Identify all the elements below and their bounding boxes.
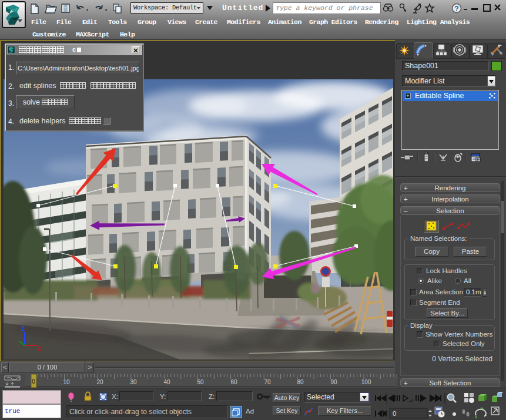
svg-text:?: ? [454, 5, 458, 13]
svg-text:90: 90 [330, 379, 337, 385]
svg-text:0: 0 [32, 378, 35, 385]
svg-text:60: 60 [230, 379, 237, 385]
svg-text:20: 20 [96, 379, 103, 385]
svg-text:80: 80 [297, 379, 304, 385]
svg-text:Z: Z [21, 325, 25, 332]
svg-text:40: 40 [163, 379, 170, 385]
svg-text:100: 100 [361, 379, 371, 385]
svg-text:50: 50 [197, 379, 204, 385]
svg-text:10: 10 [63, 379, 70, 385]
svg-text:0: 0 [393, 410, 396, 417]
svg-text:30: 30 [130, 379, 137, 385]
svg-text:X: X [38, 346, 41, 352]
svg-text:70: 70 [264, 379, 271, 385]
